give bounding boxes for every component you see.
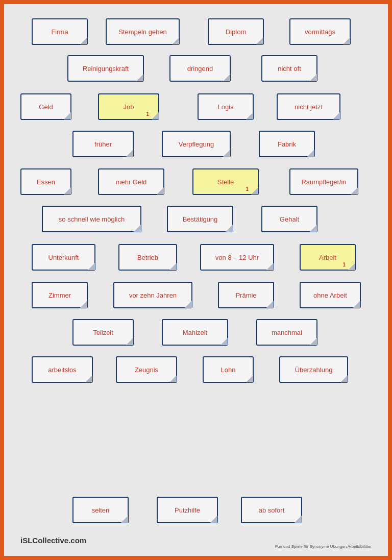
- card-arbeit: Arbeit1: [300, 244, 356, 271]
- card-frueher: früher: [72, 131, 134, 157]
- card-label-nicht-oft: nicht oft: [278, 65, 301, 72]
- card-nicht-jetzt: nicht jetzt: [277, 93, 340, 120]
- card-label-selten: selten: [92, 506, 110, 514]
- card-reinigungskraft: Reinigungskraft: [67, 55, 144, 82]
- card-label-raumpfleger: Raumpfleger/in: [301, 178, 346, 186]
- cards-container: FirmaStempeln gehenDiplomvormittagsReini…: [11, 9, 381, 551]
- card-label-bestaetigung: Bestätigung: [183, 215, 218, 223]
- card-arbeitslos: arbeitslos: [32, 356, 93, 383]
- card-label-logis: Logis: [217, 103, 233, 111]
- card-label-arbeit: Arbeit: [319, 254, 336, 261]
- card-label-von-8-12: von 8 – 12 Uhr: [215, 254, 259, 261]
- card-so-schnell: so schnell wie möglich: [42, 206, 141, 232]
- card-geld: Geld: [20, 93, 71, 120]
- card-label-mehr-geld: mehr Geld: [116, 178, 147, 186]
- card-label-lohn: Lohn: [221, 366, 236, 374]
- footer-note: Fun und Spiele für Synonyme Übungen Arbe…: [275, 544, 372, 549]
- page-border: FirmaStempeln gehenDiplomvormittagsReini…: [0, 0, 392, 560]
- card-label-zeugnis: Zeugnis: [135, 366, 158, 374]
- card-label-job: Job: [124, 103, 134, 111]
- card-label-ueberzahlung: Überzahlung: [295, 366, 333, 374]
- card-firma: Firma: [32, 18, 88, 45]
- card-label-fabrik: Fabrik: [278, 140, 296, 148]
- card-von-8-12: von 8 – 12 Uhr: [200, 244, 274, 271]
- card-label-nicht-jetzt: nicht jetzt: [295, 103, 323, 111]
- card-label-essen: Essen: [37, 178, 55, 186]
- card-badge-job: 1: [146, 111, 149, 117]
- card-ueberzahlung: Überzahlung: [279, 356, 348, 383]
- card-label-manchmal: manchmal: [272, 329, 302, 336]
- card-label-praemie: Prämie: [235, 291, 256, 299]
- card-putzhilfe: Putzhilfe: [157, 497, 218, 523]
- card-ab-sofort: ab sofort: [241, 497, 302, 523]
- card-logis: Logis: [198, 93, 254, 120]
- card-vor-zehn-jahren: vor zehn Jahren: [113, 282, 192, 308]
- card-nicht-oft: nicht oft: [261, 55, 317, 82]
- card-label-geld: Geld: [39, 103, 53, 111]
- card-label-putzhilfe: Putzhilfe: [175, 506, 200, 514]
- card-label-gehalt: Gehalt: [280, 215, 299, 223]
- card-stelle: Stelle1: [192, 168, 259, 195]
- card-label-stempeln-gehen: Stempeln gehen: [118, 28, 167, 36]
- card-manchmal: manchmal: [256, 319, 317, 346]
- card-mahlzeit: Mahlzeit: [162, 319, 228, 346]
- card-unterkunft: Unterkunft: [32, 244, 95, 271]
- card-label-teilzeit: Teilzeit: [93, 329, 113, 336]
- card-vormittags: vormittags: [289, 18, 351, 45]
- card-raumpfleger: Raumpfleger/in: [289, 168, 358, 195]
- card-zimmer: Zimmer: [32, 282, 88, 308]
- card-label-diplom: Diplom: [226, 28, 246, 36]
- card-zeugnis: Zeugnis: [116, 356, 177, 383]
- card-mehr-geld: mehr Geld: [98, 168, 164, 195]
- card-label-dringend: dringend: [187, 65, 213, 72]
- card-label-unterkunft: Unterkunft: [48, 254, 79, 261]
- card-badge-stelle: 1: [246, 186, 249, 192]
- card-label-vor-zehn-jahren: vor zehn Jahren: [129, 291, 177, 299]
- card-betrieb: Betrieb: [118, 244, 177, 271]
- card-job: Job1: [98, 93, 159, 120]
- card-label-firma: Firma: [51, 28, 68, 36]
- card-label-mahlzeit: Mahlzeit: [183, 329, 207, 336]
- card-label-ohne-arbeit: ohne Arbeit: [313, 291, 347, 299]
- card-fabrik: Fabrik: [259, 131, 315, 157]
- card-label-arbeitslos: arbeitslos: [48, 366, 77, 374]
- card-label-zimmer: Zimmer: [48, 291, 71, 299]
- card-stempeln-gehen: Stempeln gehen: [106, 18, 180, 45]
- card-label-verpflegung: Verpflegung: [179, 140, 214, 148]
- card-diplom: Diplom: [208, 18, 264, 45]
- card-label-ab-sofort: ab sofort: [259, 506, 285, 514]
- card-label-so-schnell: so schnell wie möglich: [59, 215, 125, 223]
- card-label-frueher: früher: [94, 140, 112, 148]
- card-bestaetigung: Bestätigung: [167, 206, 233, 232]
- card-label-betrieb: Betrieb: [137, 254, 158, 261]
- card-label-vormittags: vormittags: [305, 28, 335, 36]
- card-praemie: Prämie: [218, 282, 274, 308]
- card-essen: Essen: [20, 168, 71, 195]
- card-ohne-arbeit: ohne Arbeit: [300, 282, 361, 308]
- card-lohn: Lohn: [203, 356, 254, 383]
- card-badge-arbeit: 1: [342, 262, 346, 267]
- card-teilzeit: Teilzeit: [72, 319, 134, 346]
- card-gehalt: Gehalt: [261, 206, 317, 232]
- card-label-stelle: Stelle: [217, 178, 234, 186]
- card-selten: selten: [72, 497, 129, 523]
- card-dringend: dringend: [169, 55, 231, 82]
- card-verpflegung: Verpflegung: [162, 131, 231, 157]
- watermark: iSLCollective.com: [20, 536, 86, 545]
- card-label-reinigungskraft: Reinigungskraft: [83, 65, 129, 72]
